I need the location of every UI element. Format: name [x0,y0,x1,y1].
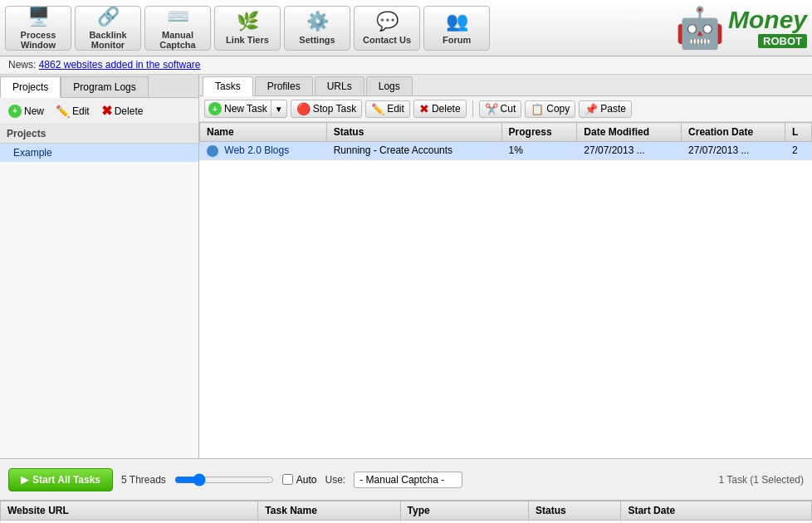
stop-task-label: Stop Task [313,103,356,115]
paste-label: Paste [600,103,626,115]
threads-count-label: 5 Threads [121,474,166,486]
delete-project-label: Delete [115,105,144,117]
forum-icon: 👥 [446,11,468,32]
backlink-monitor-label: BacklinkMonitor [89,30,126,50]
settings-icon: ⚙️ [306,11,329,32]
delete-task-label: Delete [432,103,461,115]
tab-program-logs[interactable]: Program Logs [61,76,148,97]
captcha-select[interactable]: - Manual Captcha - [354,472,462,488]
project-list: Projects Example [0,125,198,458]
tab-projects[interactable]: Projects [0,76,61,98]
edit-task-label: Edit [387,103,404,115]
col-progress[interactable]: Progress [501,123,577,142]
task-action-bar: + New Task ▼ 🔴 Stop Task ✏️ Edit ✖ Delet… [199,96,812,122]
url-col-task[interactable]: Task Name [258,501,400,521]
auto-checkbox-wrap: Auto [282,474,317,486]
task-status-icon [207,145,218,157]
start-icon: ▶ [21,474,28,486]
process-window-icon: 🖥️ [27,6,50,27]
stop-task-icon: 🔴 [296,102,311,115]
new-task-button[interactable]: + New Task [204,100,271,118]
tab-tasks[interactable]: Tasks [203,76,253,96]
task-status: Running - Create Accounts [326,142,501,160]
new-task-dropdown[interactable]: ▼ [271,100,287,118]
col-creation-date[interactable]: Creation Date [682,123,785,142]
auto-checkbox[interactable] [282,474,293,485]
edit-task-button[interactable]: ✏️ Edit [365,100,410,118]
forum-label: Forum [443,35,471,45]
stop-task-button[interactable]: 🔴 Stop Task [291,100,362,118]
project-item-example[interactable]: Example [0,144,198,162]
edit-project-button[interactable]: ✏️ Edit [52,103,93,120]
cut-icon: ✂️ [485,103,498,115]
use-label: Use: [325,474,346,486]
table-row[interactable]: ● http://www.wordpress.com Web 2.0 Blogs… [1,521,812,524]
table-row[interactable]: Web 2.0 Blogs Running - Create Accounts … [200,142,812,160]
forum-button[interactable]: 👥 Forum [423,6,490,51]
link-tiers-button[interactable]: 🌿 Link Tiers [214,6,281,51]
col-date-modified[interactable]: Date Modified [577,123,682,142]
contact-us-button[interactable]: 💬 Contact Us [354,6,420,51]
delete-project-button[interactable]: ✖ Delete [98,101,147,120]
robot-icon: 🤖 [675,3,725,53]
delete-task-button[interactable]: ✖ Delete [413,100,467,118]
manual-captcha-button[interactable]: ⌨️ ManualCaptcha [144,6,211,51]
copy-icon: 📋 [531,103,544,115]
url-table-wrap: Website URL Task Name Type Status Start … [0,500,812,523]
tab-urls[interactable]: URLs [315,76,364,95]
task-tab-bar: Tasks Profiles URLs Logs [199,75,812,96]
url-task: Web 2.0 Blogs [258,521,400,524]
paste-button[interactable]: 📌 Paste [579,100,632,118]
paste-icon: 📌 [585,103,598,115]
url-col-website[interactable]: Website URL [1,501,258,521]
new-project-icon: + [8,105,22,118]
left-tab-bar: Projects Program Logs [0,75,198,98]
new-project-label: New [24,105,44,117]
auto-label: Auto [296,474,317,486]
captcha-select-wrap: - Manual Captcha - [354,472,462,488]
separator-1 [472,100,473,117]
settings-label: Settings [299,35,335,45]
col-l[interactable]: L [785,123,811,142]
task-creation-date: 27/07/2013 ... [682,142,785,160]
new-project-button[interactable]: + New [5,103,47,120]
left-panel: Projects Program Logs + New ✏️ Edit ✖ De… [0,75,199,458]
new-task-icon: + [208,102,222,115]
url-table: Website URL Task Name Type Status Start … [0,501,812,523]
url-start-date: 27/07/2013 10:23:25 [621,521,812,524]
task-name: Web 2.0 Blogs [200,142,327,160]
url-status: Running [528,521,620,524]
manual-captcha-label: ManualCaptcha [159,30,195,50]
toolbar: 🖥️ ProcessWindow 🔗 BacklinkMonitor ⌨️ Ma… [0,0,812,56]
process-window-button[interactable]: 🖥️ ProcessWindow [5,6,71,51]
process-window-label: ProcessWindow [21,30,56,50]
url-col-start[interactable]: Start Date [621,501,812,521]
url-type: Web 2.0 Bl... [400,521,528,524]
settings-button[interactable]: ⚙️ Settings [284,6,350,51]
tab-logs[interactable]: Logs [366,76,413,95]
threads-slider[interactable] [174,473,274,486]
url-col-status[interactable]: Status [528,501,620,521]
copy-button[interactable]: 📋 Copy [525,100,575,118]
logo-money-text: Money [728,7,807,32]
copy-label: Copy [546,103,570,115]
project-action-bar: + New ✏️ Edit ✖ Delete [0,98,198,125]
start-all-tasks-button[interactable]: ▶ Start All Tasks [8,468,113,491]
backlink-monitor-button[interactable]: 🔗 BacklinkMonitor [75,6,141,51]
right-panel: Tasks Profiles URLs Logs + New Task ▼ 🔴 … [199,75,812,458]
url-website: ● http://www.wordpress.com [1,521,258,524]
task-count-label: 1 Task (1 Selected) [719,474,805,486]
tab-profiles[interactable]: Profiles [255,76,313,95]
task-progress: 1% [501,142,577,160]
cut-button[interactable]: ✂️ Cut [479,100,522,118]
logo-robot-text: ROBOT [758,34,807,48]
new-task-label: New Task [224,103,267,115]
new-task-button-wrap: + New Task ▼ [204,100,287,118]
col-status[interactable]: Status [326,123,501,142]
project-group-header: Projects [0,125,198,144]
news-link[interactable]: 4862 websites added in the software [39,59,201,71]
task-l: 2 [785,142,811,160]
task-date-modified: 27/07/2013 ... [577,142,682,160]
col-name[interactable]: Name [200,123,327,142]
url-col-type[interactable]: Type [400,501,528,521]
